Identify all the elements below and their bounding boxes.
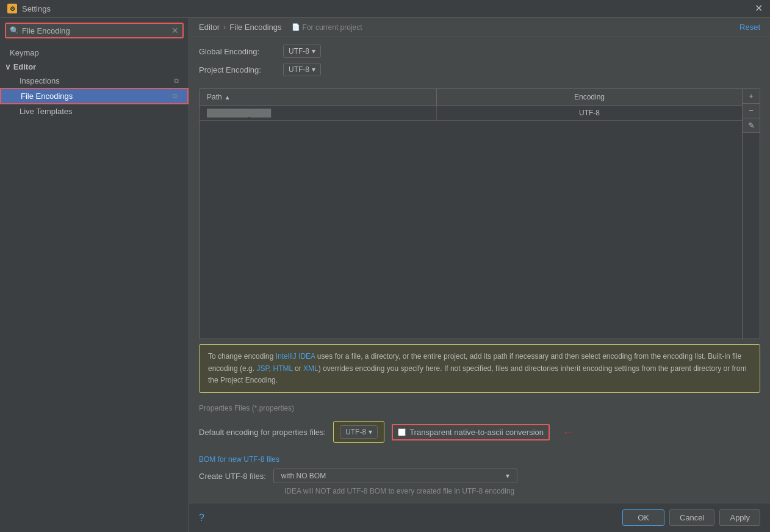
help-button[interactable]: ? xyxy=(199,512,204,523)
sidebar-item-live-templates[interactable]: Live Templates xyxy=(0,104,189,118)
breadcrumb: Editor › File Encodings xyxy=(199,23,282,32)
encoding-cell: UTF-8 xyxy=(437,106,742,120)
bom-select-chevron-icon: ▾ xyxy=(506,472,509,480)
bom-section: BOM for new UTF-8 files Create UTF-8 fil… xyxy=(189,453,770,503)
create-utf8-label: Create UTF-8 files: xyxy=(199,472,266,481)
inspections-copy-icon: ⧉ xyxy=(174,77,179,85)
sidebar-item-keymap[interactable]: Keymap xyxy=(0,46,189,60)
default-encoding-select[interactable]: UTF-8 ▾ xyxy=(340,425,378,439)
properties-row: Default encoding for properties files: U… xyxy=(199,417,760,447)
default-encoding-chevron-icon: ▾ xyxy=(369,428,372,436)
sidebar-item-file-encodings[interactable]: File Encodings ⧉ xyxy=(0,88,189,104)
search-input[interactable] xyxy=(22,26,171,35)
global-encoding-chevron-icon: ▾ xyxy=(312,47,315,56)
sidebar: 🔍 ✕ Keymap ∨ Editor Inspections ⧉ xyxy=(0,18,189,532)
path-cell: ████████ ████ xyxy=(200,106,437,120)
bom-info-text: IDEA will NOT add UTF-8 BOM to every cre… xyxy=(199,487,760,495)
table-row[interactable]: ████████ ████ UTF-8 xyxy=(200,106,742,121)
path-column-header: Path ▲ xyxy=(200,89,437,105)
encoding-table-container: Path ▲ Encoding ████████ ████ UTF-8 xyxy=(199,88,760,339)
global-encoding-label: Global Encoding: xyxy=(199,47,278,56)
global-encoding-select[interactable]: UTF-8 ▾ xyxy=(283,45,321,58)
dialog-title: Settings xyxy=(22,4,51,13)
jsp-link[interactable]: JSP xyxy=(256,364,268,373)
default-encoding-highlight: UTF-8 ▾ xyxy=(333,421,384,443)
project-encoding-chevron-icon: ▾ xyxy=(312,65,315,74)
bom-row: Create UTF-8 files: with NO BOM ▾ xyxy=(199,469,760,483)
project-encoding-select[interactable]: UTF-8 ▾ xyxy=(283,63,321,76)
transparent-conversion-checkbox[interactable] xyxy=(398,428,406,436)
arrow-pointer-icon: ← xyxy=(562,425,574,439)
bom-section-title: BOM for new UTF-8 files xyxy=(199,455,760,464)
html-link[interactable]: HTML xyxy=(273,364,293,373)
sort-icon: ▲ xyxy=(225,94,231,101)
project-encoding-label: Project Encoding: xyxy=(199,65,278,74)
nav-tree: Keymap ∨ Editor Inspections ⧉ File Encod… xyxy=(0,43,189,532)
search-clear-button[interactable]: ✕ xyxy=(171,26,179,35)
table-body: ████████ ████ UTF-8 xyxy=(200,106,742,339)
sidebar-item-inspections[interactable]: Inspections ⧉ xyxy=(0,74,189,88)
search-container: 🔍 ✕ xyxy=(5,23,184,38)
default-encoding-label: Default encoding for properties files: xyxy=(199,428,326,437)
search-icon: 🔍 xyxy=(10,26,19,35)
footer-buttons: OK Cancel Apply xyxy=(622,509,760,526)
file-encodings-copy-icon: ⧉ xyxy=(173,92,178,100)
project-encoding-row: Project Encoding: UTF-8 ▾ xyxy=(199,63,760,76)
intellij-link[interactable]: IntelliJ IDEA xyxy=(276,352,315,361)
utf8-bom-link[interactable]: UTF-8 BOM xyxy=(347,487,386,495)
footer: ? OK Cancel Apply xyxy=(189,503,770,532)
cancel-button[interactable]: Cancel xyxy=(669,509,714,526)
breadcrumb-separator: › xyxy=(223,23,226,32)
properties-section: Properties Files (*.properties) Default … xyxy=(189,398,770,453)
ok-button[interactable]: OK xyxy=(622,509,664,526)
global-encoding-row: Global Encoding: UTF-8 ▾ xyxy=(199,45,760,58)
encoding-column-header: Encoding xyxy=(437,89,742,105)
app-icon: ⚙ xyxy=(7,4,17,13)
page-icon: 📄 xyxy=(292,23,300,31)
add-row-button[interactable]: + xyxy=(743,89,760,104)
remove-row-button[interactable]: − xyxy=(743,104,760,118)
sidebar-item-editor[interactable]: ∨ Editor xyxy=(0,60,189,74)
breadcrumb-file-encodings: File Encodings xyxy=(229,23,281,32)
content-header: Editor › File Encodings 📄 For current pr… xyxy=(189,18,770,37)
transparent-conversion-label: Transparent native-to-ascii conversion xyxy=(409,428,544,437)
breadcrumb-editor: Editor xyxy=(199,23,220,32)
title-bar: ⚙ Settings ✕ xyxy=(0,0,770,18)
close-button[interactable]: ✕ xyxy=(755,4,763,13)
table-header: Path ▲ Encoding xyxy=(200,89,742,106)
table-side-buttons: + − ✎ xyxy=(742,89,760,339)
properties-section-title: Properties Files (*.properties) xyxy=(199,404,760,412)
path-value: ████████ ████ xyxy=(207,109,271,117)
for-current-project: 📄 For current project xyxy=(292,23,362,32)
edit-row-button[interactable]: ✎ xyxy=(743,118,760,133)
reset-button[interactable]: Reset xyxy=(739,23,760,32)
transparent-conversion-container: Transparent native-to-ascii conversion xyxy=(392,424,550,440)
create-utf8-select[interactable]: with NO BOM ▾ xyxy=(273,469,517,483)
xml-link[interactable]: XML xyxy=(303,364,318,373)
info-box: To change encoding IntelliJ IDEA uses fo… xyxy=(199,344,760,393)
apply-button[interactable]: Apply xyxy=(719,509,760,526)
content-panel: Editor › File Encodings 📄 For current pr… xyxy=(189,18,770,532)
encoding-section: Global Encoding: UTF-8 ▾ Project Encodin… xyxy=(189,37,770,88)
